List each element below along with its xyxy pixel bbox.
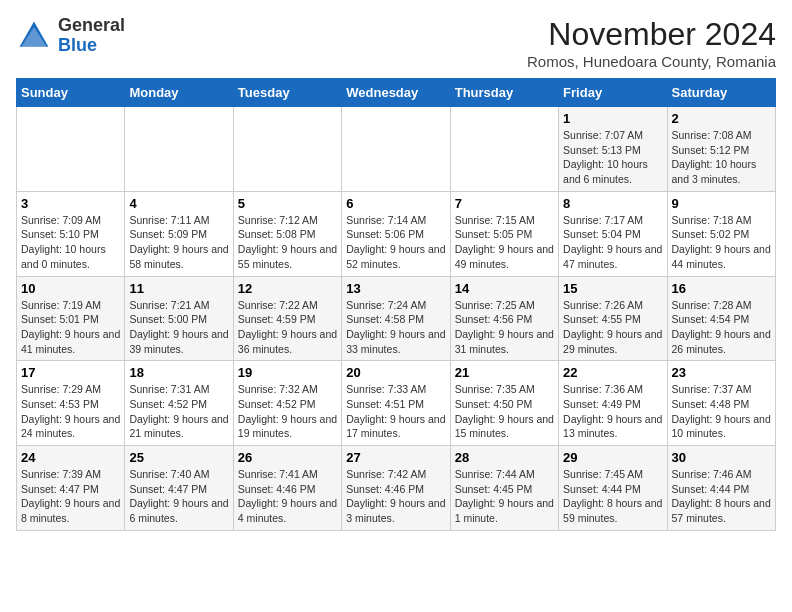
day-cell: 2Sunrise: 7:08 AM Sunset: 5:12 PM Daylig… — [667, 107, 775, 192]
week-row-1: 1Sunrise: 7:07 AM Sunset: 5:13 PM Daylig… — [17, 107, 776, 192]
week-row-2: 3Sunrise: 7:09 AM Sunset: 5:10 PM Daylig… — [17, 191, 776, 276]
day-cell: 22Sunrise: 7:36 AM Sunset: 4:49 PM Dayli… — [559, 361, 667, 446]
week-row-3: 10Sunrise: 7:19 AM Sunset: 5:01 PM Dayli… — [17, 276, 776, 361]
day-number: 21 — [455, 365, 554, 380]
day-info: Sunrise: 7:31 AM Sunset: 4:52 PM Dayligh… — [129, 382, 228, 441]
day-number: 30 — [672, 450, 771, 465]
day-info: Sunrise: 7:12 AM Sunset: 5:08 PM Dayligh… — [238, 213, 337, 272]
day-header-monday: Monday — [125, 79, 233, 107]
day-info: Sunrise: 7:40 AM Sunset: 4:47 PM Dayligh… — [129, 467, 228, 526]
day-cell: 15Sunrise: 7:26 AM Sunset: 4:55 PM Dayli… — [559, 276, 667, 361]
day-number: 26 — [238, 450, 337, 465]
day-info: Sunrise: 7:25 AM Sunset: 4:56 PM Dayligh… — [455, 298, 554, 357]
day-cell: 29Sunrise: 7:45 AM Sunset: 4:44 PM Dayli… — [559, 446, 667, 531]
day-info: Sunrise: 7:39 AM Sunset: 4:47 PM Dayligh… — [21, 467, 120, 526]
day-cell — [125, 107, 233, 192]
day-number: 5 — [238, 196, 337, 211]
day-cell: 17Sunrise: 7:29 AM Sunset: 4:53 PM Dayli… — [17, 361, 125, 446]
day-number: 8 — [563, 196, 662, 211]
day-header-friday: Friday — [559, 79, 667, 107]
day-info: Sunrise: 7:11 AM Sunset: 5:09 PM Dayligh… — [129, 213, 228, 272]
day-cell: 24Sunrise: 7:39 AM Sunset: 4:47 PM Dayli… — [17, 446, 125, 531]
week-row-5: 24Sunrise: 7:39 AM Sunset: 4:47 PM Dayli… — [17, 446, 776, 531]
day-header-wednesday: Wednesday — [342, 79, 450, 107]
day-info: Sunrise: 7:37 AM Sunset: 4:48 PM Dayligh… — [672, 382, 771, 441]
day-info: Sunrise: 7:26 AM Sunset: 4:55 PM Dayligh… — [563, 298, 662, 357]
day-number: 15 — [563, 281, 662, 296]
day-info: Sunrise: 7:44 AM Sunset: 4:45 PM Dayligh… — [455, 467, 554, 526]
day-cell: 5Sunrise: 7:12 AM Sunset: 5:08 PM Daylig… — [233, 191, 341, 276]
day-cell: 27Sunrise: 7:42 AM Sunset: 4:46 PM Dayli… — [342, 446, 450, 531]
day-number: 10 — [21, 281, 120, 296]
day-cell: 12Sunrise: 7:22 AM Sunset: 4:59 PM Dayli… — [233, 276, 341, 361]
svg-marker-1 — [21, 27, 46, 47]
day-info: Sunrise: 7:41 AM Sunset: 4:46 PM Dayligh… — [238, 467, 337, 526]
logo-text: General Blue — [58, 16, 125, 56]
day-header-saturday: Saturday — [667, 79, 775, 107]
calendar-header-row: SundayMondayTuesdayWednesdayThursdayFrid… — [17, 79, 776, 107]
day-info: Sunrise: 7:19 AM Sunset: 5:01 PM Dayligh… — [21, 298, 120, 357]
day-number: 13 — [346, 281, 445, 296]
day-number: 2 — [672, 111, 771, 126]
day-number: 24 — [21, 450, 120, 465]
day-info: Sunrise: 7:14 AM Sunset: 5:06 PM Dayligh… — [346, 213, 445, 272]
day-cell: 8Sunrise: 7:17 AM Sunset: 5:04 PM Daylig… — [559, 191, 667, 276]
day-number: 22 — [563, 365, 662, 380]
day-number: 19 — [238, 365, 337, 380]
day-cell: 7Sunrise: 7:15 AM Sunset: 5:05 PM Daylig… — [450, 191, 558, 276]
day-cell: 13Sunrise: 7:24 AM Sunset: 4:58 PM Dayli… — [342, 276, 450, 361]
day-header-sunday: Sunday — [17, 79, 125, 107]
day-info: Sunrise: 7:09 AM Sunset: 5:10 PM Dayligh… — [21, 213, 120, 272]
day-number: 17 — [21, 365, 120, 380]
day-info: Sunrise: 7:15 AM Sunset: 5:05 PM Dayligh… — [455, 213, 554, 272]
day-info: Sunrise: 7:08 AM Sunset: 5:12 PM Dayligh… — [672, 128, 771, 187]
day-info: Sunrise: 7:46 AM Sunset: 4:44 PM Dayligh… — [672, 467, 771, 526]
day-number: 28 — [455, 450, 554, 465]
day-cell: 14Sunrise: 7:25 AM Sunset: 4:56 PM Dayli… — [450, 276, 558, 361]
day-number: 9 — [672, 196, 771, 211]
day-info: Sunrise: 7:45 AM Sunset: 4:44 PM Dayligh… — [563, 467, 662, 526]
day-number: 6 — [346, 196, 445, 211]
day-cell: 28Sunrise: 7:44 AM Sunset: 4:45 PM Dayli… — [450, 446, 558, 531]
day-cell: 10Sunrise: 7:19 AM Sunset: 5:01 PM Dayli… — [17, 276, 125, 361]
day-cell: 1Sunrise: 7:07 AM Sunset: 5:13 PM Daylig… — [559, 107, 667, 192]
day-number: 12 — [238, 281, 337, 296]
day-cell: 25Sunrise: 7:40 AM Sunset: 4:47 PM Dayli… — [125, 446, 233, 531]
day-header-thursday: Thursday — [450, 79, 558, 107]
day-info: Sunrise: 7:24 AM Sunset: 4:58 PM Dayligh… — [346, 298, 445, 357]
day-cell: 18Sunrise: 7:31 AM Sunset: 4:52 PM Dayli… — [125, 361, 233, 446]
day-cell — [233, 107, 341, 192]
day-info: Sunrise: 7:07 AM Sunset: 5:13 PM Dayligh… — [563, 128, 662, 187]
day-info: Sunrise: 7:33 AM Sunset: 4:51 PM Dayligh… — [346, 382, 445, 441]
day-cell: 16Sunrise: 7:28 AM Sunset: 4:54 PM Dayli… — [667, 276, 775, 361]
day-cell: 26Sunrise: 7:41 AM Sunset: 4:46 PM Dayli… — [233, 446, 341, 531]
day-cell: 11Sunrise: 7:21 AM Sunset: 5:00 PM Dayli… — [125, 276, 233, 361]
day-cell — [17, 107, 125, 192]
day-cell: 20Sunrise: 7:33 AM Sunset: 4:51 PM Dayli… — [342, 361, 450, 446]
day-number: 11 — [129, 281, 228, 296]
day-number: 29 — [563, 450, 662, 465]
day-cell: 23Sunrise: 7:37 AM Sunset: 4:48 PM Dayli… — [667, 361, 775, 446]
day-info: Sunrise: 7:32 AM Sunset: 4:52 PM Dayligh… — [238, 382, 337, 441]
day-number: 3 — [21, 196, 120, 211]
day-info: Sunrise: 7:28 AM Sunset: 4:54 PM Dayligh… — [672, 298, 771, 357]
logo: General Blue — [16, 16, 125, 56]
day-cell: 30Sunrise: 7:46 AM Sunset: 4:44 PM Dayli… — [667, 446, 775, 531]
day-number: 20 — [346, 365, 445, 380]
day-cell: 9Sunrise: 7:18 AM Sunset: 5:02 PM Daylig… — [667, 191, 775, 276]
day-number: 25 — [129, 450, 228, 465]
day-info: Sunrise: 7:22 AM Sunset: 4:59 PM Dayligh… — [238, 298, 337, 357]
day-info: Sunrise: 7:42 AM Sunset: 4:46 PM Dayligh… — [346, 467, 445, 526]
day-info: Sunrise: 7:18 AM Sunset: 5:02 PM Dayligh… — [672, 213, 771, 272]
calendar-table: SundayMondayTuesdayWednesdayThursdayFrid… — [16, 78, 776, 531]
calendar-body: 1Sunrise: 7:07 AM Sunset: 5:13 PM Daylig… — [17, 107, 776, 531]
week-row-4: 17Sunrise: 7:29 AM Sunset: 4:53 PM Dayli… — [17, 361, 776, 446]
day-cell: 21Sunrise: 7:35 AM Sunset: 4:50 PM Dayli… — [450, 361, 558, 446]
day-number: 18 — [129, 365, 228, 380]
day-cell — [342, 107, 450, 192]
location: Romos, Hunedoara County, Romania — [527, 53, 776, 70]
day-number: 14 — [455, 281, 554, 296]
title-area: November 2024 Romos, Hunedoara County, R… — [527, 16, 776, 70]
day-number: 7 — [455, 196, 554, 211]
day-number: 23 — [672, 365, 771, 380]
